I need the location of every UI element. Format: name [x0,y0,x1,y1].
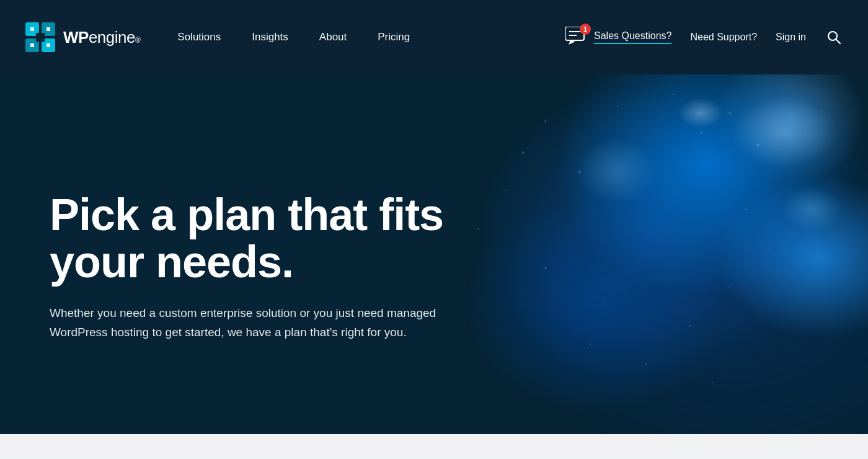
logo-engine: engine [89,28,135,47]
logo-wp: WP [63,28,89,47]
nav-link-about[interactable]: About [319,31,347,43]
navbar: WPengine® Solutions Insights About Prici… [0,0,868,74]
sales-questions-container: 1 Sales Questions? [565,27,671,48]
sales-questions-link[interactable]: Sales Questions? [594,30,671,44]
bottom-strip [0,434,868,459]
svg-rect-7 [30,43,34,47]
nav-links: Solutions Insights About Pricing [177,31,565,43]
svg-rect-5 [30,27,34,31]
nav-link-pricing[interactable]: Pricing [378,31,410,43]
hero-section: Pick a plan that fits your needs. Whethe… [0,74,868,459]
hero-title: Pick a plan that fits your needs. [50,192,446,285]
nav-link-insights[interactable]: Insights [252,31,288,43]
wp-engine-logo-icon [25,22,56,53]
nav-right: 1 Sales Questions? Need Support? Sign in [565,27,843,48]
hero-subtitle: Whether you need a custom enterprise sol… [50,304,446,342]
sign-in-link[interactable]: Sign in [776,32,806,43]
notification-badge: 1 [580,24,591,35]
logo-text: WPengine® [63,28,140,47]
search-button[interactable] [825,28,843,47]
svg-rect-8 [46,43,50,47]
logo-trademark: ® [135,36,140,45]
svg-rect-4 [36,33,45,42]
need-support-link[interactable]: Need Support? [690,32,757,43]
chat-icon-wrapper: 1 [565,27,588,48]
search-icon [827,30,841,44]
logo-link[interactable]: WPengine® [25,22,140,53]
hero-content: Pick a plan that fits your needs. Whethe… [0,192,446,342]
nav-link-solutions[interactable]: Solutions [177,31,221,43]
svg-rect-6 [46,27,50,31]
svg-line-13 [836,40,841,44]
